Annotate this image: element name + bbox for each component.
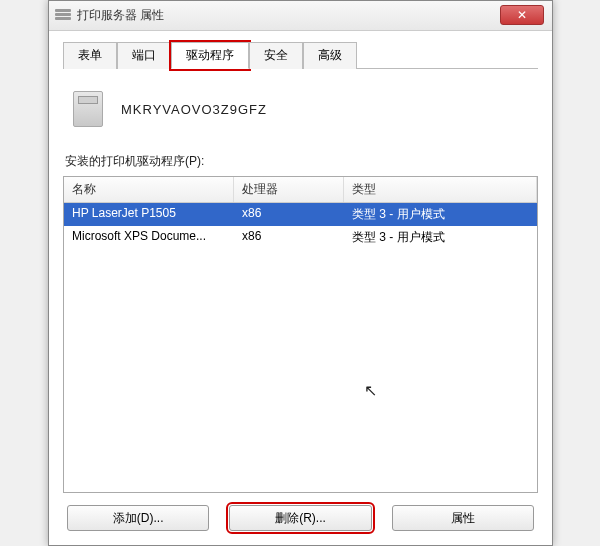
remove-button[interactable]: 删除(R)... [229,505,371,531]
close-button[interactable]: ✕ [500,5,544,25]
tab-security[interactable]: 安全 [249,42,303,69]
titlebar: 打印服务器 属性 ✕ [49,1,552,31]
cell-type: 类型 3 - 用户模式 [344,203,537,226]
listview-header: 名称 处理器 类型 [64,177,537,203]
server-icon [73,91,103,127]
column-header-type[interactable]: 类型 [344,177,537,202]
server-info-row: MKRYVAOVO3Z9GFZ [73,91,538,127]
cell-name: HP LaserJet P1505 [64,203,234,226]
column-header-processor[interactable]: 处理器 [234,177,344,202]
content-area: 表单 端口 驱动程序 安全 高级 MKRYVAOVO3Z9GFZ 安装的打印机驱… [49,31,552,545]
print-server-properties-window: 打印服务器 属性 ✕ 表单 端口 驱动程序 安全 高级 MKRYVAOVO3Z9… [48,0,553,546]
mouse-cursor-icon: ↖ [364,381,377,400]
close-icon: ✕ [517,8,527,22]
column-header-name[interactable]: 名称 [64,177,234,202]
cell-processor: x86 [234,226,344,249]
tab-strip: 表单 端口 驱动程序 安全 高级 [63,41,538,69]
server-name: MKRYVAOVO3Z9GFZ [121,102,267,117]
tab-ports[interactable]: 端口 [117,42,171,69]
printer-icon [55,9,71,23]
add-button[interactable]: 添加(D)... [67,505,209,531]
button-row: 添加(D)... 删除(R)... 属性 [63,505,538,531]
drivers-list-label: 安装的打印机驱动程序(P): [65,153,538,170]
tab-forms[interactable]: 表单 [63,42,117,69]
window-title: 打印服务器 属性 [77,7,164,24]
cell-name: Microsoft XPS Docume... [64,226,234,249]
cell-processor: x86 [234,203,344,226]
list-item[interactable]: Microsoft XPS Docume... x86 类型 3 - 用户模式 [64,226,537,249]
tab-drivers[interactable]: 驱动程序 [171,42,249,69]
drivers-listview[interactable]: 名称 处理器 类型 HP LaserJet P1505 x86 类型 3 - 用… [63,176,538,493]
cell-type: 类型 3 - 用户模式 [344,226,537,249]
tab-advanced[interactable]: 高级 [303,42,357,69]
properties-button[interactable]: 属性 [392,505,534,531]
listview-body: HP LaserJet P1505 x86 类型 3 - 用户模式 Micros… [64,203,537,492]
list-item[interactable]: HP LaserJet P1505 x86 类型 3 - 用户模式 [64,203,537,226]
